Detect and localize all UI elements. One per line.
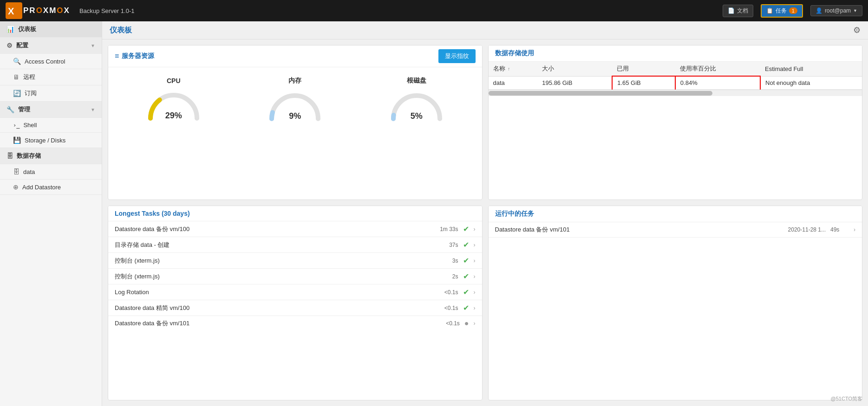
task-duration: <0.1s (435, 289, 458, 296)
task-name: Datastore data 精简 vm/100 (115, 304, 431, 312)
settings-icon[interactable]: ⚙ (853, 25, 861, 35)
table-row: data 195.86 GiB 1.65 GiB 0.84% Not enoug… (489, 76, 862, 90)
docs-button[interactable]: 📄 文档 (723, 5, 753, 17)
chevron-down-icon-2: ▼ (91, 107, 95, 112)
running-tasks-header: 运行中的任务 (489, 206, 862, 222)
sidebar-item-shell[interactable]: ›_ Shell (0, 118, 102, 133)
cpu-gauge: CPU 29% (146, 77, 202, 121)
storage-name-cell: data (489, 76, 538, 90)
server-resources-header: ≡ 服务器资源 显示指纹 (108, 45, 482, 67)
user-menu-button[interactable]: 👤 root@pam ▼ (810, 5, 862, 16)
access-control-icon: 🔍 (13, 58, 21, 65)
sidebar-item-dashboard[interactable]: 📊 仪表板 (0, 21, 102, 38)
sidebar: 📊 仪表板 ⚙ 配置 ▼ 🔍 Access Control 🖥 远程 🔄 订阅 … (0, 21, 102, 406)
tasks-button[interactable]: 📋 任务 1 (761, 4, 803, 18)
logo: X PROXMOX (6, 2, 70, 19)
task-duration: 2s (435, 273, 458, 280)
proxmox-logo-icon: X (6, 2, 22, 19)
task-arrow-icon[interactable]: › (474, 305, 476, 311)
memory-label: 内存 (288, 77, 301, 85)
task-duration: 37s (435, 242, 458, 248)
product-name: Backup Server 1.0-1 (79, 7, 135, 14)
tasks-icon: 📋 (766, 7, 773, 14)
sidebar-item-access-control[interactable]: 🔍 Access Control (0, 54, 102, 69)
task-name: 控制台 (xterm.js) (115, 257, 431, 265)
server-resources-icon: ≡ (115, 52, 119, 60)
task-pending-icon: ● (464, 319, 469, 328)
page-title: 仪表板 (110, 26, 132, 35)
subscription-icon: 🔄 (13, 90, 21, 97)
task-arrow-icon[interactable]: › (474, 320, 476, 327)
data-storage-title: 数据存储使用 (495, 49, 534, 58)
dashboard-icon: 📊 (7, 26, 14, 33)
svg-text:X: X (8, 6, 14, 16)
table-header-row: 名称 ↑ 大小 已用 使用率百分比 Estimated Full (489, 62, 862, 76)
sidebar-item-data-storage[interactable]: 🗄 数据存储 (0, 148, 102, 164)
task-ok-icon: ✔ (463, 256, 469, 265)
task-arrow-icon[interactable]: › (474, 242, 476, 248)
data-storage-table: 名称 ↑ 大小 已用 使用率百分比 Estimated Full data (489, 62, 862, 90)
storage-used-cell: 1.65 GiB (612, 76, 675, 90)
main-content: ≡ 服务器资源 显示指纹 CPU (102, 39, 868, 406)
main-layout: 📊 仪表板 ⚙ 配置 ▼ 🔍 Access Control 🖥 远程 🔄 订阅 … (0, 21, 868, 406)
gauges-container: CPU 29% 内存 (108, 67, 482, 130)
horizontal-scrollbar[interactable] (489, 90, 862, 96)
memory-gauge: 内存 9% (267, 77, 323, 121)
memory-gauge-wrapper: 9% (267, 89, 323, 121)
data-storage-card: 数据存储使用 名称 ↑ 大小 已用 使用率百分比 (488, 45, 863, 200)
task-name: Datastore data 备份 vm/100 (115, 225, 431, 233)
logo-text: PROXMOX (23, 6, 70, 15)
list-item[interactable]: Datastore data 精简 vm/100 <0.1s ✔ › (108, 300, 482, 316)
sidebar-item-storage-disks[interactable]: 💾 Storage / Disks (0, 133, 102, 148)
task-ok-icon: ✔ (463, 272, 469, 281)
task-ok-icon: ✔ (463, 225, 469, 233)
task-name: Datastore data 备份 vm/101 (115, 319, 432, 328)
task-arrow-icon[interactable]: › (474, 226, 476, 232)
disk-gauge-wrapper: 5% (389, 89, 444, 121)
show-metrics-button[interactable]: 显示指纹 (438, 49, 476, 63)
memory-value: 9% (289, 111, 301, 121)
running-task-arrow-icon[interactable]: › (854, 226, 855, 233)
sidebar-item-config[interactable]: ⚙ 配置 ▼ (0, 38, 102, 54)
task-duration: <0.1s (437, 320, 460, 327)
col-estimated[interactable]: Estimated Full (760, 62, 862, 76)
list-item[interactable]: Datastore data 备份 vm/101 <0.1s ● › (108, 316, 482, 331)
task-name: Log Rotation (115, 289, 431, 296)
longest-tasks-header: Longest Tasks (30 days) (108, 206, 482, 221)
sidebar-item-management[interactable]: 🔧 管理 ▼ (0, 102, 102, 118)
main-area: 仪表板 ⚙ ≡ 服务器资源 显示指纹 CPU (102, 21, 868, 406)
chevron-down-icon: ▼ (853, 8, 857, 13)
list-item[interactable]: 控制台 (xterm.js) 3s ✔ › (108, 253, 482, 269)
watermark: @51CTO简客 (831, 395, 862, 402)
doc-icon: 📄 (728, 7, 735, 14)
sidebar-item-subscription[interactable]: 🔄 订阅 (0, 85, 102, 102)
longest-tasks-title: Longest Tasks (30 days) (115, 210, 190, 217)
running-task-time: 2020-11-28 1... (788, 226, 826, 233)
task-arrow-icon[interactable]: › (474, 258, 476, 264)
list-item[interactable]: Log Rotation <0.1s ✔ › (108, 284, 482, 300)
list-item[interactable]: Datastore data 备份 vm/100 1m 33s ✔ › (108, 221, 482, 237)
task-arrow-icon[interactable]: › (474, 289, 476, 296)
user-icon: 👤 (816, 7, 822, 14)
task-arrow-icon[interactable]: › (474, 273, 476, 280)
server-resources-card: ≡ 服务器资源 显示指纹 CPU (108, 45, 483, 200)
running-tasks-card: 运行中的任务 Datastore data 备份 vm/101 2020-11-… (488, 206, 863, 400)
col-used[interactable]: 已用 (612, 62, 675, 76)
col-size[interactable]: 大小 (537, 62, 612, 76)
running-task-name: Datastore data 备份 vm/101 (495, 226, 783, 234)
list-item[interactable]: 控制台 (xterm.js) 2s ✔ › (108, 269, 482, 284)
list-item[interactable]: Datastore data 备份 vm/101 2020-11-28 1...… (489, 222, 862, 238)
list-item[interactable]: 目录存储 data - 创建 37s ✔ › (108, 237, 482, 253)
disk-label: 根磁盘 (407, 77, 426, 85)
task-duration: 3s (435, 258, 458, 264)
disk-gauge: 根磁盘 5% (389, 77, 444, 121)
sidebar-item-add-datastore[interactable]: ⊕ Add Datastore (0, 180, 102, 195)
sort-icon: ↑ (508, 66, 510, 71)
sidebar-item-data[interactable]: 🗄 data (0, 164, 102, 180)
col-percent[interactable]: 使用率百分比 (675, 62, 760, 76)
col-name[interactable]: 名称 ↑ (489, 62, 538, 76)
sidebar-item-remote[interactable]: 🖥 远程 (0, 69, 102, 85)
data-storage-header: 数据存储使用 (489, 45, 862, 62)
plus-circle-icon: ⊕ (13, 183, 19, 191)
storage-icon: 💾 (13, 136, 21, 144)
